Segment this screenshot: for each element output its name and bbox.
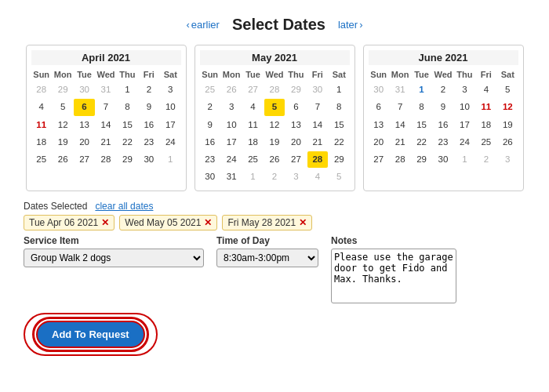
calendar-day[interactable]: 4 <box>307 169 328 185</box>
calendar-day[interactable]: 28 <box>264 82 285 98</box>
calendar-day[interactable]: 21 <box>390 134 410 151</box>
calendar-day[interactable]: 14 <box>307 117 328 133</box>
calendar-day[interactable]: 29 <box>117 151 137 168</box>
service-item-select[interactable]: Group Walk 2 dogsIndividual WalkCat Visi… <box>24 249 204 267</box>
calendar-day[interactable]: 1 <box>242 169 263 185</box>
calendar-day[interactable]: 16 <box>139 117 159 133</box>
calendar-day[interactable]: 3 <box>160 82 180 98</box>
calendar-day[interactable]: 20 <box>285 134 306 151</box>
calendar-day[interactable]: 7 <box>390 99 410 115</box>
calendar-day[interactable]: 22 <box>117 134 137 151</box>
calendar-day[interactable]: 19 <box>264 134 285 151</box>
calendar-day[interactable]: 2 <box>433 82 453 98</box>
calendar-day[interactable]: 11 <box>242 117 263 133</box>
calendar-day[interactable]: 13 <box>369 117 389 133</box>
calendar-day[interactable]: 30 <box>369 82 389 98</box>
calendar-day[interactable]: 28 <box>307 151 328 168</box>
calendar-day[interactable]: 27 <box>285 151 306 168</box>
calendar-day[interactable]: 5 <box>497 82 518 98</box>
calendar-day[interactable]: 27 <box>74 151 94 168</box>
calendar-day[interactable]: 21 <box>307 134 328 151</box>
remove-date-icon[interactable]: ✕ <box>299 217 307 228</box>
calendar-day[interactable]: 26 <box>264 151 285 168</box>
calendar-day[interactable]: 23 <box>433 134 453 151</box>
calendar-day[interactable]: 3 <box>497 151 518 168</box>
calendar-day[interactable]: 15 <box>411 117 431 133</box>
calendar-day[interactable]: 12 <box>53 117 73 133</box>
calendar-day[interactable]: 2 <box>200 99 220 115</box>
calendar-day[interactable]: 10 <box>160 99 180 115</box>
calendar-day[interactable]: 26 <box>53 151 73 168</box>
calendar-day[interactable]: 20 <box>369 134 389 151</box>
calendar-day[interactable]: 27 <box>369 151 389 168</box>
calendar-day[interactable]: 26 <box>221 82 242 98</box>
calendar-day[interactable]: 15 <box>117 117 137 133</box>
notes-textarea[interactable]: Please use the garage door to get Fido a… <box>331 249 456 303</box>
calendar-day[interactable]: 30 <box>74 82 94 98</box>
calendar-day[interactable]: 14 <box>96 117 116 133</box>
calendar-day[interactable]: 14 <box>390 117 410 133</box>
calendar-day[interactable]: 6 <box>285 99 306 115</box>
calendar-day[interactable]: 29 <box>411 151 431 168</box>
calendar-day[interactable]: 11 <box>31 117 52 133</box>
calendar-day[interactable]: 30 <box>307 82 328 98</box>
calendar-day[interactable]: 6 <box>74 99 94 115</box>
calendar-day[interactable]: 24 <box>221 151 242 168</box>
calendar-day[interactable]: 22 <box>329 134 349 151</box>
time-select[interactable]: 8:30am-3:00pmMorningAfternoonEvening <box>216 249 318 267</box>
calendar-day[interactable]: 18 <box>242 134 263 151</box>
calendar-day[interactable]: 10 <box>221 117 242 133</box>
calendar-day[interactable]: 13 <box>74 117 94 133</box>
calendar-day[interactable]: 1 <box>160 151 180 168</box>
calendar-day[interactable]: 17 <box>160 117 180 133</box>
calendar-day[interactable]: 22 <box>411 134 431 151</box>
calendar-day[interactable]: 16 <box>433 117 453 133</box>
calendar-day[interactable]: 17 <box>221 134 242 151</box>
calendar-day[interactable]: 23 <box>200 151 220 168</box>
calendar-day[interactable]: 11 <box>476 99 496 115</box>
calendar-day[interactable]: 1 <box>411 82 431 98</box>
remove-date-icon[interactable]: ✕ <box>101 217 109 228</box>
calendar-day[interactable]: 8 <box>411 99 431 115</box>
calendar-day[interactable]: 4 <box>476 82 496 98</box>
calendar-day[interactable]: 3 <box>285 169 306 185</box>
earlier-link[interactable]: ‹ earlier <box>186 19 219 31</box>
calendar-day[interactable]: 25 <box>200 82 220 98</box>
calendar-day[interactable]: 29 <box>329 151 349 168</box>
calendar-day[interactable]: 21 <box>96 134 116 151</box>
calendar-day[interactable]: 18 <box>31 134 52 151</box>
calendar-day[interactable]: 15 <box>329 117 349 133</box>
calendar-day[interactable]: 18 <box>476 117 496 133</box>
calendar-day[interactable]: 9 <box>200 117 220 133</box>
remove-date-icon[interactable]: ✕ <box>204 217 212 228</box>
calendar-day[interactable]: 5 <box>264 99 285 115</box>
calendar-day[interactable]: 6 <box>369 99 389 115</box>
calendar-day[interactable]: 9 <box>433 99 453 115</box>
calendar-day[interactable]: 20 <box>74 134 94 151</box>
calendar-day[interactable]: 30 <box>200 169 220 185</box>
calendar-day[interactable]: 10 <box>454 99 474 115</box>
calendar-day[interactable]: 12 <box>264 117 285 133</box>
calendar-day[interactable]: 24 <box>454 134 474 151</box>
calendar-day[interactable]: 9 <box>139 99 159 115</box>
calendar-day[interactable]: 25 <box>476 134 496 151</box>
calendar-day[interactable]: 28 <box>31 82 52 98</box>
calendar-day[interactable]: 1 <box>454 151 474 168</box>
calendar-day[interactable]: 24 <box>160 134 180 151</box>
clear-dates-link[interactable]: clear all dates <box>95 201 153 212</box>
calendar-day[interactable]: 17 <box>454 117 474 133</box>
calendar-day[interactable]: 12 <box>497 99 518 115</box>
calendar-day[interactable]: 4 <box>31 99 52 115</box>
calendar-day[interactable]: 25 <box>31 151 52 168</box>
calendar-day[interactable]: 1 <box>329 82 349 98</box>
calendar-day[interactable]: 31 <box>390 82 410 98</box>
calendar-day[interactable]: 5 <box>53 99 73 115</box>
calendar-day[interactable]: 29 <box>285 82 306 98</box>
calendar-day[interactable]: 4 <box>242 99 263 115</box>
calendar-day[interactable]: 25 <box>242 151 263 168</box>
calendar-day[interactable]: 13 <box>285 117 306 133</box>
calendar-day[interactable]: 7 <box>96 99 116 115</box>
calendar-day[interactable]: 27 <box>242 82 263 98</box>
calendar-day[interactable]: 1 <box>117 82 137 98</box>
calendar-day[interactable]: 5 <box>329 169 349 185</box>
